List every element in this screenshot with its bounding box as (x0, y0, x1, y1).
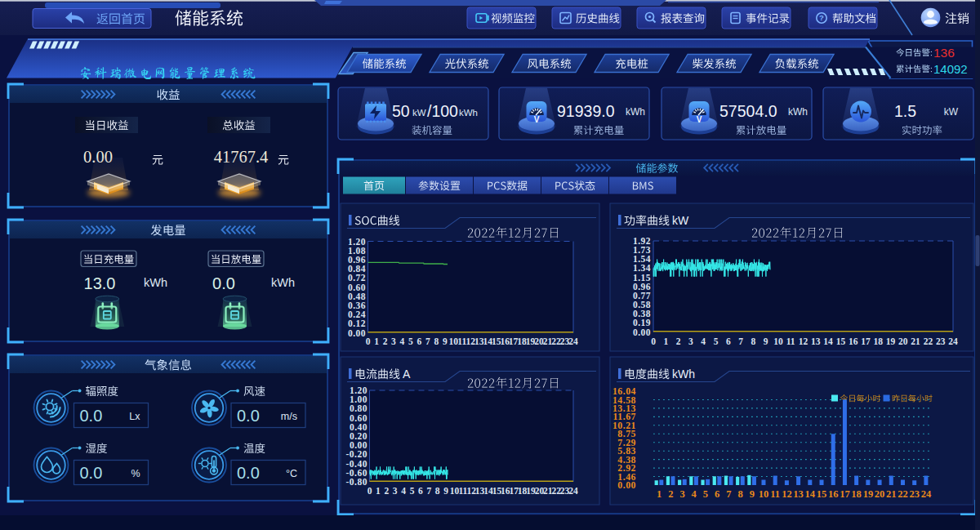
svg-text:6: 6 (417, 336, 422, 346)
svg-text:-0.40: -0.40 (346, 459, 368, 469)
svg-text:9: 9 (764, 336, 768, 346)
svg-text:22: 22 (898, 488, 908, 500)
svg-text:17: 17 (861, 336, 871, 346)
svg-text:14: 14 (805, 488, 816, 500)
svg-text:6: 6 (418, 486, 423, 496)
svg-text:14092: 14092 (933, 62, 968, 76)
svg-text:13: 13 (793, 488, 804, 500)
svg-text:2: 2 (383, 336, 388, 346)
svg-text:8: 8 (737, 488, 742, 500)
svg-text:4: 4 (400, 336, 405, 346)
svg-text:kWh: kWh (672, 367, 695, 381)
svg-text:12: 12 (799, 336, 808, 346)
svg-text:15: 15 (836, 336, 846, 346)
svg-text:0.0: 0.0 (80, 464, 103, 482)
svg-text:-0.60: -0.60 (346, 468, 368, 478)
svg-text:0: 0 (368, 486, 372, 496)
svg-text:10: 10 (759, 488, 769, 500)
svg-text:16: 16 (849, 336, 858, 346)
svg-text:0.0: 0.0 (237, 464, 260, 482)
svg-text:1: 1 (663, 336, 668, 346)
svg-text:1: 1 (374, 336, 379, 346)
svg-text:1.20: 1.20 (350, 385, 368, 395)
svg-text:7: 7 (425, 336, 430, 346)
svg-text:3: 3 (679, 488, 684, 500)
svg-text:14: 14 (823, 336, 833, 346)
svg-text:4: 4 (692, 488, 697, 500)
svg-text:20: 20 (898, 336, 908, 346)
svg-text:°C: °C (286, 468, 297, 479)
svg-text:10: 10 (773, 336, 783, 346)
svg-text:7: 7 (726, 488, 731, 500)
svg-text:kW: kW (672, 214, 689, 227)
svg-text:9: 9 (750, 488, 755, 500)
svg-text:13.0: 13.0 (84, 274, 116, 292)
svg-text:9: 9 (443, 336, 448, 346)
svg-text:9: 9 (443, 486, 448, 496)
svg-text:1.00: 1.00 (350, 394, 368, 404)
svg-text:0: 0 (366, 336, 371, 346)
svg-text:-0.20: -0.20 (346, 449, 368, 459)
svg-text:0.96: 0.96 (348, 255, 366, 265)
svg-text:11: 11 (770, 488, 780, 500)
svg-text:13: 13 (811, 336, 821, 346)
svg-text:0.84: 0.84 (348, 264, 366, 274)
svg-text:kWh: kWh (144, 276, 167, 289)
svg-text:20: 20 (875, 488, 885, 500)
svg-text:1: 1 (657, 488, 662, 500)
svg-text:8: 8 (751, 336, 755, 346)
svg-text:m/s: m/s (281, 411, 297, 422)
svg-text:7: 7 (426, 486, 431, 496)
svg-text:91939.0: 91939.0 (557, 102, 615, 120)
svg-text:2: 2 (384, 486, 389, 496)
svg-text:0.80: 0.80 (350, 403, 368, 413)
svg-text:0.48: 0.48 (348, 292, 366, 301)
svg-text:A: A (403, 367, 411, 381)
svg-text:0.0: 0.0 (237, 407, 260, 425)
svg-text:5: 5 (408, 336, 413, 346)
svg-text:V: V (534, 115, 540, 124)
svg-text:136: 136 (933, 46, 955, 60)
svg-text:0.00: 0.00 (633, 327, 651, 337)
svg-text:17: 17 (840, 488, 850, 500)
svg-text:kWh: kWh (459, 108, 478, 118)
svg-text:1.15: 1.15 (633, 273, 651, 283)
svg-text:3: 3 (391, 336, 396, 346)
svg-text:21: 21 (886, 488, 897, 500)
svg-text:V: V (697, 115, 702, 124)
svg-text:kWh: kWh (788, 106, 808, 118)
svg-text:4: 4 (701, 336, 706, 346)
svg-text:0.0: 0.0 (212, 274, 235, 292)
svg-text:22: 22 (924, 336, 933, 346)
svg-text:8: 8 (434, 336, 439, 346)
svg-text:21: 21 (911, 336, 920, 346)
svg-text:0.36: 0.36 (348, 301, 366, 310)
svg-text:19: 19 (886, 336, 896, 346)
svg-text:kW: kW (944, 106, 959, 118)
svg-text:0.60: 0.60 (350, 413, 368, 423)
svg-text:/100: /100 (427, 102, 458, 120)
svg-text:6: 6 (726, 336, 731, 346)
svg-text:24: 24 (921, 488, 932, 500)
svg-text:2: 2 (668, 488, 673, 500)
svg-text:1.34: 1.34 (633, 263, 651, 273)
svg-text:19: 19 (863, 488, 874, 500)
svg-text:18: 18 (851, 488, 862, 500)
svg-text:0.38: 0.38 (633, 309, 651, 318)
svg-text:50: 50 (392, 102, 410, 120)
svg-text:0: 0 (651, 336, 656, 346)
svg-text:1.73: 1.73 (633, 245, 651, 255)
svg-text:5: 5 (703, 488, 708, 500)
svg-text:0.0: 0.0 (80, 407, 103, 425)
svg-text:?: ? (819, 13, 824, 22)
svg-text:1.20: 1.20 (348, 237, 366, 247)
svg-text:0.40: 0.40 (350, 422, 368, 432)
svg-text:0.00: 0.00 (617, 479, 636, 491)
svg-text:18: 18 (873, 336, 883, 346)
svg-text:0.20: 0.20 (350, 431, 368, 441)
svg-text:1.5: 1.5 (894, 102, 916, 120)
svg-text:0.72: 0.72 (348, 273, 366, 283)
svg-text:0.77: 0.77 (633, 291, 651, 301)
svg-text:Lx: Lx (129, 411, 140, 422)
svg-text:kWh: kWh (626, 106, 645, 118)
